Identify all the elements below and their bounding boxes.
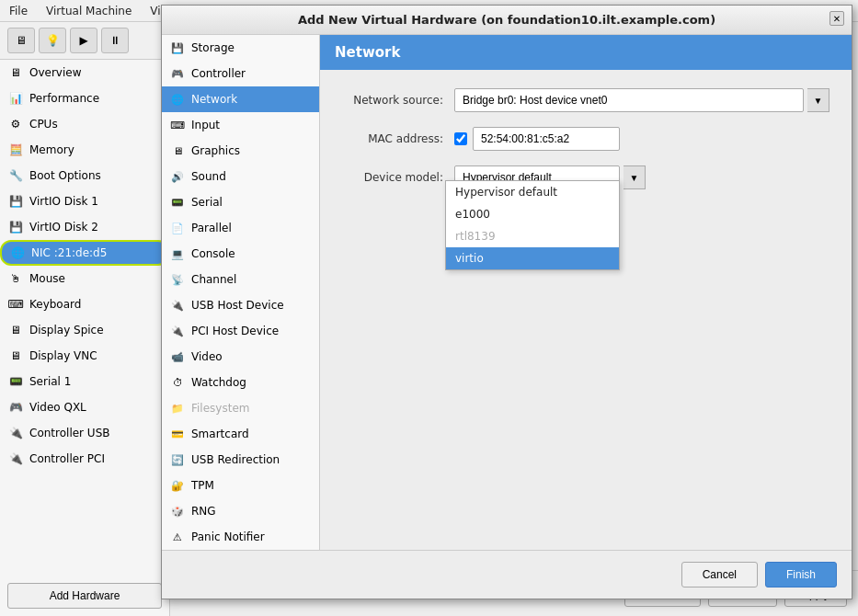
- hw-icon-usb-redir: 🔄: [169, 451, 186, 468]
- modal-titlebar: Add New Virtual Hardware (on foundation1…: [162, 6, 852, 35]
- sidebar-icon-nic: 🌐: [9, 245, 26, 261]
- hw-item-parallel[interactable]: 📄Parallel: [162, 215, 319, 241]
- dropdown-option-virtio[interactable]: virtio: [446, 247, 619, 269]
- toolbar-play-icon[interactable]: ▶: [70, 28, 97, 53]
- hw-label-console: Console: [191, 247, 235, 260]
- sidebar-item-performance[interactable]: 📊Performance: [0, 86, 169, 111]
- dropdown-option-e1000[interactable]: e1000: [446, 203, 619, 225]
- sidebar-item-controller-usb[interactable]: 🔌Controller USB: [0, 420, 169, 446]
- hw-item-smartcard[interactable]: 💳Smartcard: [162, 421, 319, 447]
- hw-item-console[interactable]: 💻Console: [162, 241, 319, 267]
- hw-label-network: Network: [191, 93, 237, 106]
- hw-label-sound: Sound: [191, 170, 226, 183]
- sidebar-label-cpus: CPUs: [29, 118, 58, 131]
- hw-icon-watchdog: ⏱: [169, 374, 186, 391]
- hw-icon-pci-host: 🔌: [169, 323, 186, 339]
- sidebar-item-virtio-disk-1[interactable]: 💾VirtIO Disk 1: [0, 188, 169, 214]
- mac-address-row: MAC address:: [342, 127, 829, 151]
- add-hardware-modal: Add New Virtual Hardware (on foundation1…: [161, 5, 852, 599]
- sidebar-item-memory[interactable]: 🧮Memory: [0, 137, 169, 163]
- sidebar-icon-serial-1: 📟: [7, 373, 24, 390]
- hw-item-filesystem[interactable]: 📁Filesystem: [162, 395, 319, 421]
- network-header: Network: [320, 35, 852, 70]
- menu-file[interactable]: File: [6, 3, 31, 19]
- hw-icon-storage: 💾: [169, 40, 186, 56]
- sidebar-icon-controller-usb: 🔌: [7, 425, 24, 441]
- sidebar-item-keyboard[interactable]: ⌨Keyboard: [0, 291, 169, 317]
- sidebar-icon-keyboard: ⌨: [7, 296, 24, 313]
- dropdown-option-hypervisor[interactable]: Hypervisor default: [446, 181, 619, 203]
- hw-item-network[interactable]: 🌐Network: [162, 86, 319, 112]
- hw-item-pci-host[interactable]: 🔌PCI Host Device: [162, 318, 319, 344]
- device-model-dropdown: Hypervisor default e1000 rtl8139 virtio: [445, 180, 620, 270]
- sidebar-label-display-spice: Display Spice: [29, 324, 104, 337]
- hw-label-rng: RNG: [191, 505, 216, 518]
- hw-item-tpm[interactable]: 🔐TPM: [162, 473, 319, 498]
- sidebar-label-keyboard: Keyboard: [29, 298, 81, 311]
- hw-icon-parallel: 📄: [169, 220, 186, 236]
- hw-item-input[interactable]: ⌨Input: [162, 112, 319, 138]
- network-source-dropdown-btn[interactable]: ▼: [807, 88, 829, 112]
- sidebar-icon-cpus: ⚙: [7, 116, 24, 132]
- hw-item-serial[interactable]: 📟Serial: [162, 189, 319, 215]
- toolbar-pause-icon[interactable]: ⏸: [101, 28, 129, 53]
- modal-finish-button[interactable]: Finish: [765, 562, 837, 587]
- mac-address-input[interactable]: [473, 127, 620, 151]
- hw-item-rng[interactable]: 🎲RNG: [162, 498, 319, 524]
- sidebar-icon-controller-pci: 🔌: [7, 451, 24, 467]
- hw-label-graphics: Graphics: [191, 144, 240, 157]
- sidebar-icon-mouse: 🖱: [7, 270, 24, 287]
- hw-label-usb-host: USB Host Device: [191, 299, 284, 312]
- hw-label-smartcard: Smartcard: [191, 428, 249, 440]
- hw-item-watchdog[interactable]: ⏱Watchdog: [162, 370, 319, 395]
- sidebar-item-boot-options[interactable]: 🔧Boot Options: [0, 163, 169, 188]
- sidebar-item-video-qxl[interactable]: 🎮Video QXL: [0, 394, 169, 420]
- toolbar-bulb-icon[interactable]: 💡: [39, 28, 66, 53]
- sidebar-label-serial-1: Serial 1: [29, 375, 71, 388]
- sidebar-icon-display-vnc: 🖥: [7, 348, 24, 364]
- sidebar-item-display-spice[interactable]: 🖥Display Spice: [0, 317, 169, 343]
- hw-icon-channel: 📡: [169, 271, 186, 288]
- sidebar-icon-virtio-disk-1: 💾: [7, 193, 24, 210]
- sidebar-item-mouse[interactable]: 🖱Mouse: [0, 266, 169, 291]
- sidebar-label-virtio-disk-1: VirtIO Disk 1: [29, 195, 98, 208]
- hw-icon-rng: 🎲: [169, 503, 186, 519]
- add-hardware-button[interactable]: Add Hardware: [7, 583, 162, 609]
- sidebar-label-memory: Memory: [29, 143, 74, 156]
- hw-item-graphics[interactable]: 🖥Graphics: [162, 138, 319, 164]
- hw-item-storage[interactable]: 💾Storage: [162, 35, 319, 61]
- sidebar-item-overview[interactable]: 🖥Overview: [0, 60, 169, 86]
- hw-label-tpm: TPM: [191, 479, 214, 492]
- sidebar-item-serial-1[interactable]: 📟Serial 1: [0, 369, 169, 394]
- sidebar-item-nic[interactable]: 🌐NIC :21:de:d5: [0, 240, 169, 266]
- sidebar-icon-display-spice: 🖥: [7, 322, 24, 338]
- sidebar-icon-boot-options: 🔧: [7, 167, 24, 184]
- hw-item-panic[interactable]: ⚠Panic Notifier: [162, 524, 319, 550]
- sidebar-item-controller-pci[interactable]: 🔌Controller PCI: [0, 446, 169, 472]
- network-source-input[interactable]: [454, 88, 804, 112]
- sidebar-item-cpus[interactable]: ⚙CPUs: [0, 111, 169, 137]
- hw-icon-input: ⌨: [169, 117, 186, 133]
- mac-checkbox[interactable]: [454, 132, 467, 145]
- modal-close-button[interactable]: ✕: [829, 11, 844, 26]
- hw-item-usb-redir[interactable]: 🔄USB Redirection: [162, 447, 319, 473]
- hw-item-usb-host[interactable]: 🔌USB Host Device: [162, 292, 319, 318]
- hw-item-sound[interactable]: 🔊Sound: [162, 164, 319, 189]
- device-model-dropdown-btn[interactable]: ▼: [623, 165, 646, 189]
- modal-cancel-button[interactable]: Cancel: [681, 562, 758, 587]
- sidebar-label-mouse: Mouse: [29, 272, 65, 285]
- hw-item-channel[interactable]: 📡Channel: [162, 267, 319, 292]
- dropdown-option-rtl8139[interactable]: rtl8139: [446, 225, 619, 247]
- menu-virtual-machine[interactable]: Virtual Machine: [42, 3, 135, 19]
- hw-item-controller[interactable]: 🎮Controller: [162, 61, 319, 86]
- hw-item-video[interactable]: 📹Video: [162, 344, 319, 370]
- modal-footer: Cancel Finish: [162, 550, 852, 599]
- sidebar-icon-virtio-disk-2: 💾: [7, 219, 24, 235]
- sidebar-item-display-vnc[interactable]: 🖥Display VNC: [0, 343, 169, 369]
- hw-label-watchdog: Watchdog: [191, 376, 246, 389]
- toolbar-monitor-icon[interactable]: 🖥: [7, 28, 35, 53]
- sidebar-item-virtio-disk-2[interactable]: 💾VirtIO Disk 2: [0, 214, 169, 240]
- hw-label-panic: Panic Notifier: [191, 530, 265, 543]
- network-form: Network source: ▼ MAC address:: [320, 70, 852, 208]
- hw-icon-smartcard: 💳: [169, 426, 186, 442]
